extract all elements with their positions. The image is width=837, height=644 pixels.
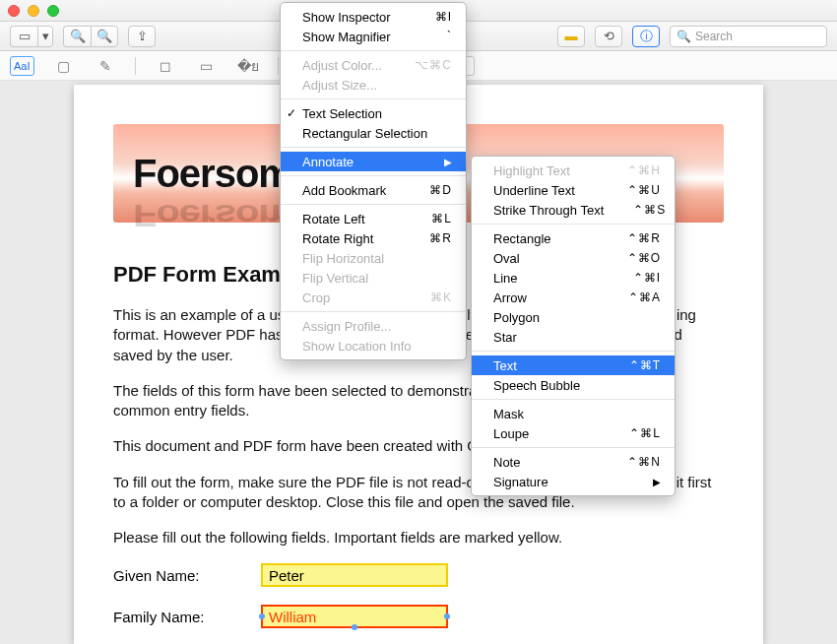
sketch-tool-button[interactable]: ✎ [94, 56, 117, 76]
menu-item-label: Speech Bubble [493, 378, 580, 393]
menu-item[interactable]: Star [472, 327, 675, 347]
sign-tool-button[interactable]: �ย [236, 56, 260, 76]
menu-item-label: Rectangular Selection [302, 126, 427, 141]
menu-separator [281, 147, 466, 148]
zoom-in-button[interactable]: 🔍 [91, 26, 118, 47]
menu-item-label: Rectangle [493, 231, 551, 246]
menu-shortcut: ⌃⌘U [598, 183, 661, 197]
menu-shortcut: ⌃⌘S [604, 203, 666, 217]
menu-item: Highlight Text⌃⌘H [472, 161, 675, 180]
given-name-value: Peter [269, 567, 304, 584]
menu-item[interactable]: Speech Bubble [472, 375, 675, 395]
toolbar-separator [278, 57, 279, 75]
toolbar-separator [135, 57, 136, 75]
menu-item-label: Text Selection [302, 106, 382, 121]
menu-item[interactable]: Line⌃⌘I [472, 268, 675, 288]
menu-item[interactable]: Mask [472, 404, 675, 423]
menu-item-label: Rotate Right [302, 231, 373, 246]
rotate-button[interactable]: ⟲ [595, 26, 622, 47]
menu-item-label: Polygon [493, 310, 540, 325]
menu-item[interactable]: Loupe⌃⌘L [472, 423, 675, 443]
menu-item[interactable]: Show Inspector⌘I [281, 7, 466, 27]
menu-item[interactable]: Rotate Right⌘R [281, 228, 466, 248]
search-field[interactable]: 🔍 Search [670, 26, 827, 47]
menu-item-label: Flip Vertical [302, 271, 368, 286]
menu-item[interactable]: Rectangle⌃⌘R [472, 228, 675, 248]
menu-item[interactable]: Signature▶ [472, 472, 675, 491]
menu-item[interactable]: Add Bookmark⌘D [281, 180, 466, 200]
menu-item-label: Oval [493, 251, 520, 266]
menu-item-label: Show Magnifier [302, 30, 391, 44]
menu-separator [472, 351, 675, 352]
sidebar-menu-button[interactable]: ▾ [37, 26, 53, 47]
menu-item-label: Rotate Left [302, 212, 365, 226]
select-tool-button[interactable]: ▢ [52, 56, 76, 76]
menu-item[interactable]: Annotate▶ [281, 152, 466, 171]
menu-shortcut: ⌘L [402, 212, 452, 225]
menu-item[interactable]: Rectangular Selection [281, 123, 466, 143]
menu-item-label: Adjust Color... [302, 58, 382, 73]
share-button[interactable]: ⇪ [128, 26, 156, 47]
menu-item-label: Show Location Info [302, 339, 412, 354]
selection-handle[interactable] [444, 613, 450, 619]
menu-item[interactable]: Note⌃⌘N [472, 452, 675, 472]
menu-separator [472, 447, 675, 448]
selection-handle[interactable] [259, 613, 265, 619]
zoom-in-icon: 🔍 [97, 29, 112, 43]
menu-item[interactable]: Show Magnifier` [281, 27, 466, 46]
menu-separator [472, 224, 675, 225]
menu-shortcut: ⌃⌘A [599, 290, 661, 304]
menu-item[interactable]: Oval⌃⌘O [472, 248, 675, 268]
menu-item-label: Annotate [302, 155, 354, 169]
menu-shortcut: ⌃⌘T [600, 358, 661, 372]
selection-handle[interactable] [352, 624, 357, 630]
family-name-label: Family Name: [113, 609, 261, 625]
menu-item[interactable]: ✓Text Selection [281, 103, 466, 123]
menu-item-label: Mask [493, 407, 524, 421]
menu-item[interactable]: Rotate Left⌘L [281, 209, 466, 228]
menu-item-label: Arrow [493, 290, 527, 305]
submenu-arrow-icon: ▶ [623, 477, 661, 487]
annotate-submenu: Highlight Text⌃⌘HUnderline Text⌃⌘UStrike… [471, 156, 676, 496]
menu-separator [281, 204, 466, 205]
menu-item-label: Strike Through Text [493, 203, 604, 218]
menu-item-label: Text [493, 358, 517, 373]
menu-item-label: Line [493, 271, 518, 286]
menu-item[interactable]: Arrow⌃⌘A [472, 288, 675, 307]
menu-shortcut: ⌃⌘N [598, 455, 661, 469]
family-name-field[interactable]: William [261, 605, 448, 628]
menu-item[interactable]: Underline Text⌃⌘U [472, 180, 675, 200]
menu-shortcut: ⌃⌘I [604, 271, 661, 285]
menu-shortcut: ⌃⌘H [598, 163, 661, 177]
banner-logo: Foersom [133, 152, 292, 196]
menu-item-label: Add Bookmark [302, 183, 386, 198]
menu-item: Crop⌘K [281, 288, 466, 307]
menu-shortcut: ⌘K [401, 290, 452, 304]
text-tool-button[interactable]: ▭ [195, 56, 219, 76]
menu-shortcut: ⌃⌘R [598, 231, 661, 245]
menu-item[interactable]: Strike Through Text⌃⌘S [472, 200, 675, 220]
menu-shortcut: ` [418, 30, 452, 43]
menu-shortcut: ⌃⌘L [600, 426, 661, 440]
shapes-tool-button[interactable]: ◻︎ [154, 56, 177, 76]
markup-toggle-button[interactable]: ⓘ [632, 26, 660, 47]
menu-separator [281, 98, 466, 99]
menu-item-label: Crop [302, 290, 330, 305]
markup-icon: ⓘ [640, 28, 653, 45]
form-row-family-name: Family Name: William [113, 605, 724, 628]
menu-item-label: Adjust Size... [302, 78, 377, 93]
menu-item-label: Underline Text [493, 183, 575, 198]
menu-shortcut: ⌘D [400, 183, 452, 197]
given-name-field[interactable]: Peter [261, 563, 448, 587]
menu-item[interactable]: Text⌃⌘T [472, 355, 675, 375]
sidebar-toggle-button[interactable]: ▭ [10, 26, 37, 47]
menu-item: Flip Vertical [281, 268, 466, 288]
menu-item[interactable]: Polygon [472, 307, 675, 327]
check-icon: ✓ [287, 106, 296, 120]
zoom-out-button[interactable]: 🔍 [63, 26, 91, 47]
paragraph: Please fill out the following fields. Im… [113, 528, 724, 547]
share-icon: ⇪ [137, 29, 148, 43]
menu-separator [281, 50, 466, 51]
highlight-tool-button[interactable]: ▬ [557, 26, 585, 47]
text-style-button[interactable]: AaI [10, 56, 34, 76]
